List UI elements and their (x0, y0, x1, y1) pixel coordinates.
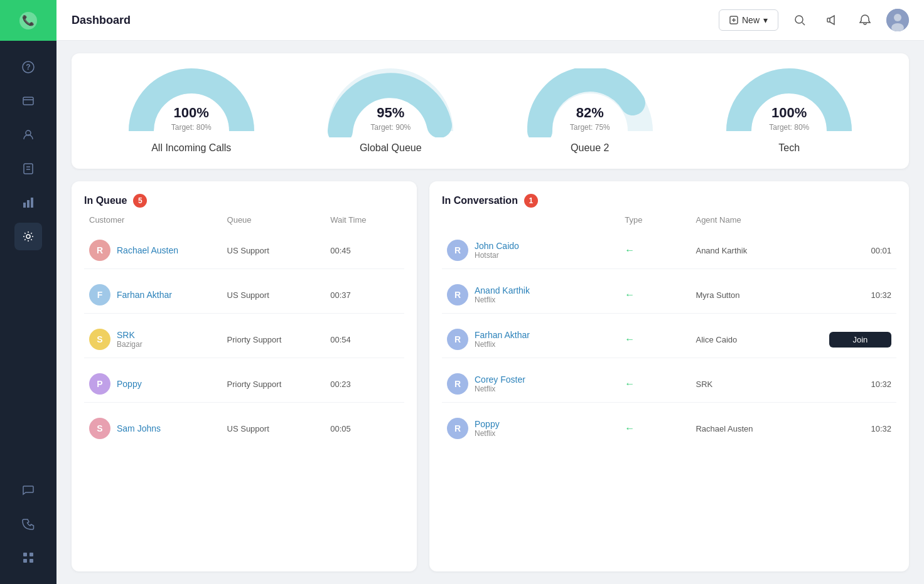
conv-agent-0: Anand Karthik (696, 246, 829, 255)
search-icon-btn[interactable] (788, 9, 811, 31)
conv-name-2[interactable]: Farhan Akthar (475, 330, 530, 340)
queue-queue-1: US Support (227, 290, 331, 300)
sidebar-item-apps[interactable] (14, 544, 42, 571)
new-icon (729, 16, 738, 24)
phone-icon (22, 518, 35, 530)
svg-rect-12 (31, 198, 33, 208)
queue-sub-2: Bazigar (117, 340, 142, 349)
tables-row: In Queue 5 Customer Queue Wait Time R Ra… (72, 181, 909, 571)
sidebar-item-contacts[interactable] (14, 121, 42, 149)
sidebar-item-inbox[interactable] (14, 87, 42, 115)
svg-point-13 (26, 235, 30, 238)
header: Dashboard New ▾ (56, 0, 924, 41)
sidebar-item-chat[interactable] (14, 476, 42, 504)
bell-icon-btn[interactable] (854, 9, 876, 31)
main-content: Dashboard New ▾ (56, 0, 924, 584)
conv-row-4: R Poppy Netflix ← Rachael Austen 10:32 (442, 410, 896, 447)
in-conv-col-headers: Type Agent Name (442, 215, 896, 225)
gauge-global-queue-percent: 95% (370, 105, 411, 121)
help-icon: ? (22, 61, 35, 73)
conv-avatar-4: R (447, 418, 468, 439)
gauge-queue2-target: Target: 75% (570, 123, 610, 132)
svg-point-21 (795, 16, 803, 23)
apps-icon (22, 551, 35, 564)
conv-agent-2: Alice Caido (696, 335, 829, 344)
conv-name-4[interactable]: Poppy (475, 419, 500, 429)
queue-wait-0: 00:45 (330, 246, 399, 255)
conv-avatar-0: R (447, 240, 468, 261)
conv-customer-2: R Farhan Akthar Netflix (447, 329, 625, 350)
conv-sub-3: Netflix (475, 385, 525, 393)
in-conversation-card: In Conversation 1 Type Agent Name R John… (429, 181, 909, 571)
queue-customer-3: P Poppy (89, 373, 227, 395)
conv-time-1: 10:32 (829, 290, 891, 300)
sidebar-item-reports[interactable] (14, 189, 42, 216)
sidebar-item-phone[interactable] (14, 510, 42, 538)
conv-arrow-2: ← (625, 334, 696, 345)
sidebar-nav: ? (14, 41, 42, 464)
header-actions: New ▾ (719, 9, 909, 31)
join-button-2[interactable]: Join (829, 332, 891, 348)
conv-agent-4: Rachael Austen (696, 424, 829, 433)
conv-customer-0: R John Caido Hotstar (447, 240, 625, 261)
gauge-global-queue-label: Global Queue (360, 142, 422, 154)
gauge-all-incoming-chart: 100% Target: 80% (129, 68, 254, 137)
user-avatar[interactable] (886, 9, 909, 31)
bell-icon (859, 14, 871, 26)
svg-rect-16 (23, 559, 27, 563)
svg-rect-15 (30, 553, 33, 556)
gauge-all-incoming-percent: 100% (171, 105, 212, 121)
queue-row-2: S SRK Bazigar Priorty Support 00:54 (84, 321, 404, 358)
conv-name-1[interactable]: Anand Karthik (475, 285, 530, 295)
gauge-section: 100% Target: 80% All Incoming Calls 95% … (72, 53, 909, 169)
gauge-queue2-percent: 82% (570, 105, 610, 121)
sidebar-item-settings[interactable] (14, 223, 42, 250)
megaphone-icon-btn[interactable] (821, 9, 844, 31)
col-queue: Queue (227, 215, 331, 225)
queue-name-1[interactable]: Farhan Akthar (117, 290, 172, 300)
svg-line-22 (802, 23, 805, 25)
queue-name-0[interactable]: Rachael Austen (117, 245, 178, 255)
conv-info-3: Corey Foster Netflix (475, 374, 525, 393)
sidebar-item-book[interactable] (14, 155, 42, 183)
gauge-global-queue-target: Target: 90% (370, 123, 411, 132)
queue-name-4[interactable]: Sam Johns (117, 423, 161, 433)
new-button[interactable]: New ▾ (719, 9, 778, 31)
queue-name-2[interactable]: SRK (117, 330, 142, 340)
col-customer: Customer (89, 215, 227, 225)
svg-text:📞: 📞 (22, 14, 35, 26)
conv-row-1: R Anand Karthik Netflix ← Myra Sutton 10… (442, 277, 896, 314)
queue-row-0: R Rachael Austen US Support 00:45 (84, 232, 404, 269)
conv-name-0[interactable]: John Caido (475, 241, 519, 251)
sidebar-item-help[interactable]: ? (14, 53, 42, 81)
queue-avatar-1: F (89, 284, 110, 305)
gauge-tech: 100% Target: 80% Tech (726, 68, 852, 154)
in-conversation-header: In Conversation 1 (442, 194, 896, 208)
conv-customer-4: R Poppy Netflix (447, 418, 625, 439)
gauge-global-queue: 95% Target: 90% Global Queue (328, 68, 453, 154)
conv-name-3[interactable]: Corey Foster (475, 374, 525, 385)
col-agent: Agent Name (696, 215, 829, 225)
conv-info-2: Farhan Akthar Netflix (475, 330, 530, 349)
contacts-icon (22, 129, 35, 141)
queue-queue-0: US Support (227, 246, 331, 255)
conv-customer-3: R Corey Foster Netflix (447, 373, 625, 395)
gauge-tech-label: Tech (778, 142, 800, 154)
logo[interactable]: 📞 (0, 0, 56, 41)
conv-row-3: R Corey Foster Netflix ← SRK 10:32 (442, 366, 896, 403)
svg-rect-7 (24, 164, 33, 174)
conv-avatar-2: R (447, 329, 468, 350)
in-queue-title: In Queue (84, 195, 127, 206)
sidebar-bottom (14, 464, 42, 584)
queue-avatar-0: R (89, 240, 110, 261)
queue-wait-1: 00:37 (330, 290, 399, 300)
gauge-queue2: 82% Target: 75% Queue 2 (527, 68, 653, 154)
conv-info-4: Poppy Netflix (475, 419, 500, 438)
queue-avatar-3: P (89, 373, 110, 395)
gauge-tech-chart: 100% Target: 80% (726, 68, 852, 137)
queue-row-4: S Sam Johns US Support 00:05 (84, 410, 404, 447)
phone-logo-icon: 📞 (18, 11, 38, 31)
conv-agent-1: Myra Sutton (696, 290, 829, 300)
col-type: Type (625, 215, 696, 225)
queue-name-3[interactable]: Poppy (117, 379, 142, 389)
